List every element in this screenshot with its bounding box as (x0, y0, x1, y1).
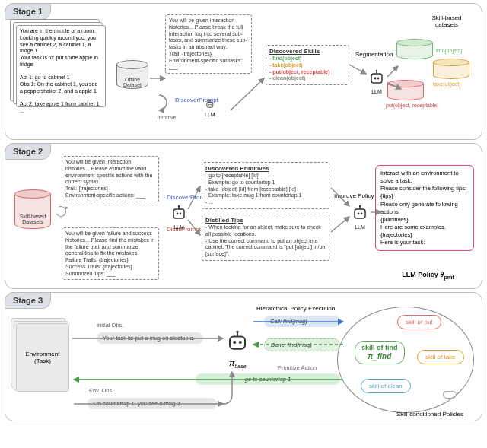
skill-ellipsis-pill (443, 391, 457, 399)
improve-policy-label: Improve Policy (334, 192, 374, 199)
skill-policies-ellipse: skill of put skill of find π_find skill … (337, 307, 474, 413)
pi-base-label: πbase (229, 358, 247, 369)
llm-icon-4: LLM (351, 205, 369, 230)
done-bubble: Done: find(mug) (264, 338, 340, 351)
svg-point-16 (177, 213, 179, 215)
stage-2-panel: Stage 2 Skill-based Datasets You will be… (5, 143, 482, 289)
svg-point-19 (178, 205, 180, 207)
stage-3-panel: Stage 3 Environment (Task) Initial Obs. … (5, 292, 482, 421)
initial-obs-label: Initial Obs. (97, 322, 123, 329)
skill-dataset-find: find(object) (396, 39, 433, 60)
distill-prompt-box: You will be given failure and success hi… (62, 227, 159, 280)
trajectory-card-text: You are in the middle of a room. Looking… (16, 25, 106, 107)
discovered-primitives-box: Discovered Primitives - go to [receptabl… (202, 162, 329, 209)
svg-point-2 (210, 104, 212, 106)
initial-obs-bubble: Your task is: put a mug on sidetable. (97, 332, 203, 344)
stage-1-label: Stage 1 (5, 3, 51, 20)
stage-1-panel: Stage 1 You are in the middle of a room.… (5, 3, 482, 140)
discovered-skills-box: Discovered Skills - find(object) - take(… (266, 45, 349, 85)
svg-line-11 (231, 78, 264, 110)
robot-icon (226, 331, 249, 355)
skill-dataset-put: put(object, receptable) (387, 80, 424, 101)
svg-point-32 (239, 341, 242, 344)
svg-line-12 (349, 65, 366, 74)
distilled-tips-box: Distilled Tips - When looking for an obj… (202, 214, 329, 261)
skill-put-pill: skill of put (397, 315, 441, 329)
llm-policy-label: LLM Policy θpmt (402, 271, 454, 281)
hierarchical-policy-label: Hierarchical Policy Execution (256, 305, 335, 312)
svg-point-34 (236, 331, 238, 333)
skill-policies-caption: Skill-conditioned Policies (396, 411, 463, 418)
llm-icon-3: LLM (170, 205, 188, 230)
skill-clean-pill: skill of clean (361, 379, 411, 393)
primitive-action-bubble: go to countertop 1 (196, 373, 340, 385)
skill-take-pill: skill of take (417, 350, 464, 364)
stage-2-label: Stage 2 (5, 143, 51, 160)
svg-point-17 (180, 213, 182, 215)
svg-line-28 (331, 217, 349, 232)
svg-point-7 (377, 78, 380, 80)
call-bubble: Call: find(mug) (264, 316, 340, 327)
iterative-refresh-icon (54, 205, 68, 218)
svg-point-6 (374, 78, 377, 80)
env-obs-label: Env. Obs. (89, 387, 113, 394)
svg-rect-15 (173, 209, 184, 218)
environment-box: Environment (Task) (16, 323, 69, 392)
discover-prompt-box-2: You will be given interaction histories.… (62, 156, 159, 202)
stage-3-label: Stage 3 (5, 292, 51, 309)
svg-point-22 (361, 213, 363, 215)
svg-point-24 (359, 205, 361, 207)
offline-dataset-db: Offline Dataset (116, 60, 148, 91)
llm-icon-1: LLM (205, 100, 215, 117)
svg-point-21 (358, 213, 360, 215)
svg-point-1 (208, 104, 210, 106)
svg-point-4 (209, 100, 210, 100)
primitive-action-label: Primitive Action (278, 364, 317, 371)
skill-find-pill: skill of find π_find (355, 341, 405, 364)
discover-prompt-box: You will be given interaction histories.… (165, 14, 252, 74)
svg-rect-5 (371, 74, 382, 83)
skill-based-dataset-db: Skill-based Datasets (14, 189, 51, 230)
svg-rect-0 (207, 102, 213, 107)
env-obs-bubble: On countertop 1, you see a mug 3. (88, 398, 217, 409)
skill-datasets-group: Skill-based datasets find(object) take(o… (383, 19, 474, 133)
svg-point-9 (376, 70, 377, 71)
iterative-label: iterative (158, 115, 177, 120)
svg-point-31 (233, 341, 236, 344)
llm-policy-box: Interact with an environment to solve a … (375, 165, 474, 251)
svg-rect-30 (230, 337, 245, 349)
svg-rect-20 (355, 209, 365, 218)
skill-dataset-take: take(object) (433, 59, 469, 80)
